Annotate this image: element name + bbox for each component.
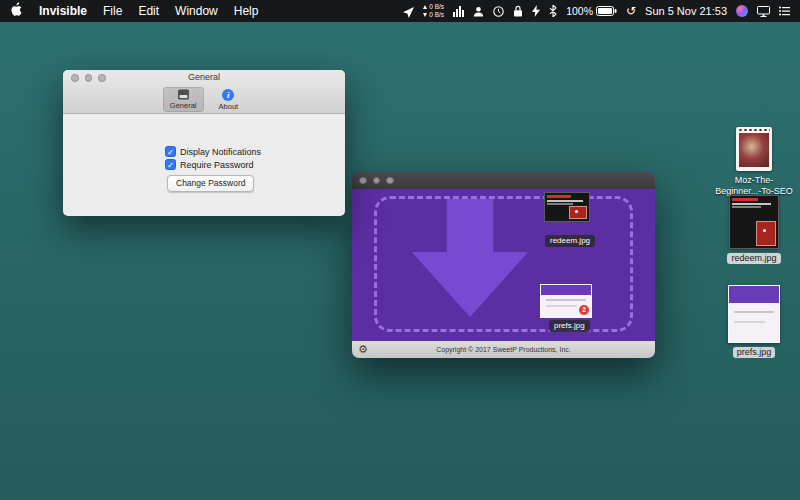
require-password-label: Require Password xyxy=(180,160,254,170)
location-icon[interactable] xyxy=(403,6,414,17)
menu-bar: Invisible File Edit Window Help 0 B/s 0 … xyxy=(0,0,800,22)
drop-window-titlebar[interactable] xyxy=(352,172,655,189)
zoom-button[interactable] xyxy=(386,177,394,185)
redeem-file-label: redeem.jpg xyxy=(727,253,780,264)
display-icon[interactable] xyxy=(757,6,770,17)
menu-file[interactable]: File xyxy=(103,4,122,18)
upload-rate: 0 B/s xyxy=(429,3,444,11)
display-notifications-option: ✓ Display Notifications xyxy=(165,146,261,157)
menu-window[interactable]: Window xyxy=(175,4,218,18)
window-controls xyxy=(359,177,394,185)
time-machine-icon[interactable]: ↺ xyxy=(626,5,636,17)
menu-edit[interactable]: Edit xyxy=(138,4,159,18)
redeem-thumbnail[interactable] xyxy=(544,192,590,222)
tab-about-label: About xyxy=(219,102,239,111)
preferences-titlebar[interactable]: General General i About xyxy=(63,70,345,114)
bolt-icon[interactable] xyxy=(532,5,540,17)
change-password-button[interactable]: Change Password xyxy=(167,175,254,192)
download-rate: 0 B/s xyxy=(429,11,444,19)
drop-window-footer: ⚙ Copyright © 2017 SweetP Productions, I… xyxy=(352,341,655,358)
prefs-file-label: prefs.jpg xyxy=(733,347,776,358)
notification-badge: 2 xyxy=(579,305,589,315)
lock-icon[interactable] xyxy=(513,5,523,17)
preferences-toolbar: General i About xyxy=(63,87,345,112)
gear-icon[interactable]: ⚙ xyxy=(358,343,368,356)
bars-icon[interactable] xyxy=(453,6,464,17)
desktop-icon-moz-pdf[interactable]: Moz-The- Beginner...-To-SEO xyxy=(714,127,794,197)
invisible-drop-window: redeem.jpg 2 prefs.jpg ⚙ Copyright © 201… xyxy=(352,172,655,358)
desktop[interactable]: { "colors": { "desktop_teal": "#2e7070",… xyxy=(0,0,800,500)
network-meter[interactable]: 0 B/s 0 B/s xyxy=(423,3,444,19)
display-notifications-checkbox[interactable]: ✓ xyxy=(165,146,176,157)
notification-center-icon[interactable] xyxy=(779,6,790,16)
close-button[interactable] xyxy=(359,177,367,185)
tab-general-label: General xyxy=(170,101,197,110)
display-notifications-label: Display Notifications xyxy=(180,147,261,157)
require-password-checkbox[interactable]: ✓ xyxy=(165,159,176,170)
desktop-icon-prefs-jpg[interactable]: prefs.jpg xyxy=(714,285,794,358)
moz-document-icon xyxy=(736,127,772,171)
battery-status[interactable]: 100% xyxy=(566,5,617,17)
tab-general[interactable]: General xyxy=(163,87,204,112)
redeem-image-thumbnail xyxy=(729,195,779,249)
menu-help[interactable]: Help xyxy=(234,4,259,18)
prefs-file-label: prefs.jpg xyxy=(549,320,590,332)
redeem-file-label: redeem.jpg xyxy=(545,235,595,247)
download-arrow-icon xyxy=(423,13,427,17)
preferences-window: General General i About ✓ Display Notifi… xyxy=(63,70,345,216)
apple-menu-icon[interactable] xyxy=(10,2,23,20)
user-icon[interactable] xyxy=(473,6,484,17)
general-icon xyxy=(177,89,190,100)
document-cover xyxy=(739,133,769,167)
require-password-option: ✓ Require Password xyxy=(165,159,254,170)
tab-about[interactable]: i About xyxy=(212,87,246,112)
upload-arrow-icon xyxy=(423,5,427,9)
minimize-button[interactable] xyxy=(373,177,381,185)
drop-zone[interactable]: redeem.jpg 2 prefs.jpg xyxy=(352,189,655,341)
prefs-image-thumbnail xyxy=(728,285,780,343)
desktop-icon-redeem-jpg[interactable]: redeem.jpg xyxy=(714,195,794,264)
moz-file-label: Moz-The- Beginner...-To-SEO xyxy=(715,175,793,197)
battery-icon xyxy=(596,6,617,16)
app-menu-invisible[interactable]: Invisible xyxy=(39,4,87,18)
siri-icon[interactable] xyxy=(736,5,748,17)
window-title: General xyxy=(63,72,345,82)
bluetooth-icon[interactable] xyxy=(549,5,557,17)
preferences-content: ✓ Display Notifications ✓ Require Passwo… xyxy=(63,114,345,215)
menu-bar-clock[interactable]: Sun 5 Nov 21:53 xyxy=(645,5,727,17)
battery-percentage: 100% xyxy=(566,5,593,17)
prefs-thumbnail[interactable]: 2 xyxy=(540,284,592,318)
copyright-text: Copyright © 2017 SweetP Productions, Inc… xyxy=(436,346,571,353)
info-icon: i xyxy=(222,89,234,101)
clock-icon[interactable] xyxy=(493,6,504,17)
spiral-binding xyxy=(738,128,770,132)
